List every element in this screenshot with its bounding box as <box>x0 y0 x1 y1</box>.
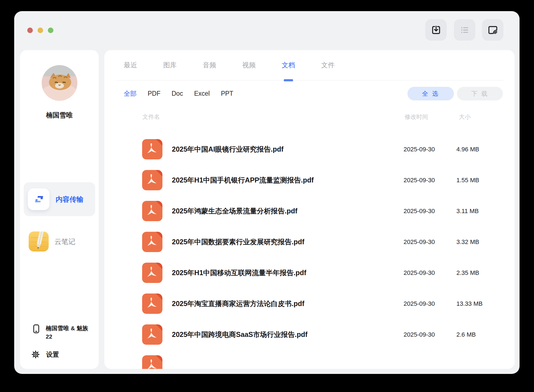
column-header-size: 大小 <box>459 113 471 121</box>
file-modified-date: 2025-09-30 <box>404 170 435 190</box>
tab-audio[interactable]: 音频 <box>203 50 216 80</box>
file-name: 2025年鸿蒙生态全场景流量分析报告.pdf <box>172 201 297 221</box>
filter-excel[interactable]: Excel <box>194 90 210 97</box>
file-row-partial[interactable] <box>104 355 515 369</box>
screen-mirroring-icon <box>487 24 498 36</box>
content-transfer-logo <box>28 188 50 210</box>
minimize-window-button[interactable] <box>38 28 43 33</box>
tabs-divider <box>115 80 503 80</box>
select-all-button[interactable]: 全 选 <box>407 87 454 100</box>
file-name: 2025年淘宝直播商家运营方法论白皮书.pdf <box>172 294 304 314</box>
tab-documents[interactable]: 文档 <box>282 50 295 80</box>
column-header-modified: 修改时间 <box>405 113 428 121</box>
table-header: 文件名 修改时间 大小 <box>104 113 515 122</box>
file-size: 13.33 MB <box>456 294 483 314</box>
sidebar-item-settings[interactable]: 设置 <box>31 350 59 359</box>
file-size: 3.11 MB <box>456 201 479 221</box>
file-name: 2025年H1中国手机银行APP流量监测报告.pdf <box>172 170 314 190</box>
tab-video[interactable]: 视频 <box>242 50 256 80</box>
fullscreen-window-button[interactable] <box>48 28 53 33</box>
settings-label: 设置 <box>46 350 59 359</box>
file-name: 2025年中国AI眼镜行业研究报告.pdf <box>172 139 283 159</box>
file-row[interactable]: 2025年中国数据要素行业发展研究报告.pdf2025-09-303.32 MB <box>104 232 515 252</box>
filter-all[interactable]: 全部 <box>124 89 137 98</box>
pdf-file-icon <box>142 355 162 369</box>
pdf-file-icon <box>142 232 162 252</box>
file-row[interactable]: 2025年鸿蒙生态全场景流量分析报告.pdf2025-09-303.11 MB <box>104 201 515 221</box>
content-panel: 最近 图库 音频 视频 文档 文件 全部 PDF Doc Excel PPT 全… <box>104 50 515 369</box>
sidebar-item-label: 内容传输 <box>56 195 83 204</box>
file-row[interactable]: 2025年H1中国移动互联网流量半年报告.pdf2025-09-302.35 M… <box>104 263 515 283</box>
save-to-computer-button[interactable] <box>425 19 447 41</box>
file-row[interactable]: 2025年中国跨境电商SaaS市场行业报告.pdf2025-09-302.6 M… <box>104 324 515 345</box>
sidebar-item-content-transfer[interactable]: 内容传输 <box>24 182 95 216</box>
file-row[interactable]: 2025年中国AI眼镜行业研究报告.pdf2025-09-304.96 MB <box>104 139 515 159</box>
file-name: 2025年H1中国移动互联网流量半年报告.pdf <box>172 263 306 283</box>
connected-device[interactable]: 楠国雪唯 & 魅族 22 <box>32 324 91 341</box>
filter-ppt[interactable]: PPT <box>221 90 233 97</box>
filter-pdf[interactable]: PDF <box>148 90 160 97</box>
user-avatar <box>42 65 77 101</box>
save-to-computer-icon <box>431 24 442 36</box>
tab-recent[interactable]: 最近 <box>124 50 137 80</box>
filter-doc[interactable]: Doc <box>172 90 183 97</box>
pdf-file-icon <box>142 170 162 190</box>
file-size: 2.35 MB <box>456 263 479 283</box>
screen: 楠国雪唯 内容传输 <box>0 0 534 392</box>
sidebar-item-label: 云笔记 <box>55 237 75 246</box>
column-header-filename: 文件名 <box>142 113 160 121</box>
file-modified-date: 2025-09-30 <box>404 232 435 252</box>
file-modified-date: 2025-09-30 <box>404 201 435 221</box>
window-controls <box>27 28 53 33</box>
download-button[interactable]: 下 载 <box>457 87 503 100</box>
file-size: 1.55 MB <box>456 170 479 190</box>
tab-gallery[interactable]: 图库 <box>163 50 177 80</box>
file-row[interactable]: 2025年淘宝直播商家运营方法论白皮书.pdf2025-09-3013.33 M… <box>104 294 515 314</box>
cloud-notes-icon <box>29 231 49 252</box>
phone-icon <box>32 324 40 334</box>
sidebar-item-cloud-notes[interactable]: 云笔记 <box>29 231 93 252</box>
screen-mirroring-button[interactable] <box>482 19 503 41</box>
file-modified-date: 2025-09-30 <box>404 263 435 283</box>
pdf-file-icon <box>142 263 162 283</box>
file-size: 2.6 MB <box>456 324 476 345</box>
file-modified-date: 2025-09-30 <box>404 324 435 345</box>
file-row[interactable]: 2025年H1中国手机银行APP流量监测报告.pdf2025-09-301.55… <box>104 170 515 190</box>
tab-files[interactable]: 文件 <box>321 50 335 80</box>
cat-illustration <box>49 73 71 90</box>
file-size: 4.96 MB <box>456 139 479 159</box>
category-tabs: 最近 图库 音频 视频 文档 文件 <box>104 50 515 80</box>
pdf-file-icon <box>142 139 162 159</box>
device-name: 楠国雪唯 & 魅族 22 <box>46 324 91 341</box>
file-modified-date: 2025-09-30 <box>404 139 435 159</box>
app-window: 楠国雪唯 内容传输 <box>14 11 520 374</box>
pdf-file-icon <box>142 324 162 345</box>
list-view-button[interactable] <box>454 19 475 41</box>
gear-icon <box>31 350 40 359</box>
file-modified-date: 2025-09-30 <box>404 294 435 314</box>
doc-type-filters: 全部 PDF Doc Excel PPT <box>104 83 233 103</box>
list-view-icon <box>459 24 470 36</box>
pdf-file-icon <box>142 201 162 221</box>
file-size: 3.32 MB <box>456 232 479 252</box>
user-name: 楠国雪唯 <box>20 111 99 120</box>
file-name: 2025年中国跨境电商SaaS市场行业报告.pdf <box>172 324 308 345</box>
close-window-button[interactable] <box>27 28 33 33</box>
pdf-file-icon <box>142 294 162 314</box>
sidebar: 楠国雪唯 内容传输 <box>20 50 99 369</box>
file-name: 2025年中国数据要素行业发展研究报告.pdf <box>172 232 304 252</box>
